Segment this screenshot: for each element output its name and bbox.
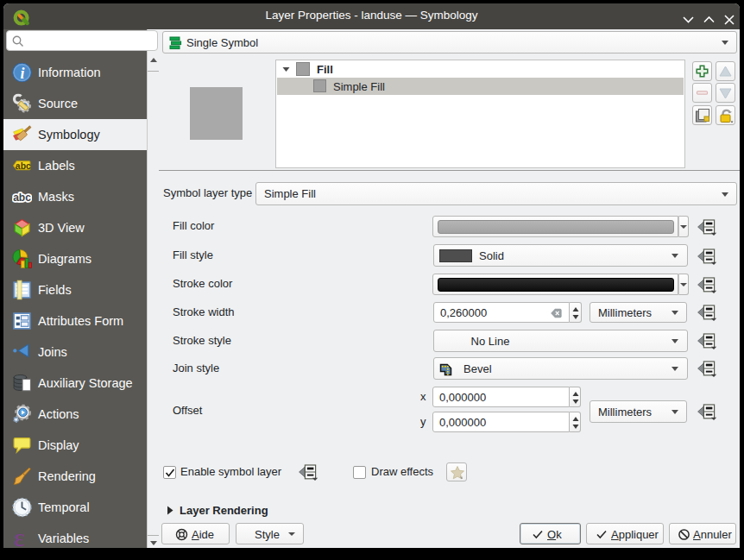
- svg-text:i: i: [21, 65, 25, 82]
- svg-text:abc: abc: [16, 161, 31, 171]
- svg-text:abc: abc: [13, 192, 31, 204]
